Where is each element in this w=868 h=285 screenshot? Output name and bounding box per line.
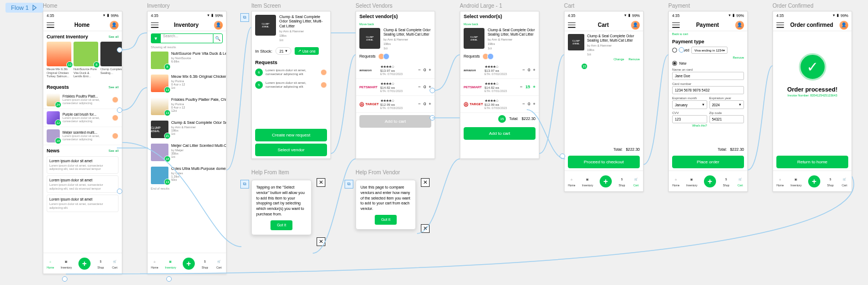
tab-inventory[interactable]: ▣Inventory [791, 175, 802, 187]
list-item[interactable]: Meow Mix 6.3lb Original Chicken Turkey S… [148, 72, 226, 95]
menu-icon[interactable] [672, 22, 680, 28]
see-all-link[interactable]: See all [109, 86, 119, 89]
see-all-link[interactable]: See all [109, 149, 119, 152]
tab-home[interactable]: ⌂Home [776, 175, 784, 187]
remove-link[interactable]: Remove [629, 58, 640, 61]
list-item[interactable]: 6 Lorem ipsum dolor sit amet, consectetu… [252, 66, 330, 78]
menu-icon[interactable] [47, 22, 54, 28]
list-item[interactable]: Meijer Cat Litter Scented Multi-Cat Scoo… [148, 141, 226, 164]
list-item[interactable]: 5 Lorem ipsum dolor sit amet, consectetu… [252, 79, 330, 91]
got-it-button[interactable]: Got it [375, 215, 397, 225]
tab-cart[interactable]: 🛒Cart [111, 258, 119, 269]
name-field[interactable]: Jane Doe [672, 72, 744, 80]
component-icon[interactable]: ⧉ [345, 180, 353, 189]
flow-ring[interactable] [117, 189, 122, 194]
filter-btn[interactable]: ▼ [151, 33, 161, 43]
qty-stepper[interactable]: 21▾ [275, 47, 291, 55]
tab-cart[interactable]: 🛒Cart [841, 175, 848, 187]
avatar[interactable]: 👤 [839, 21, 848, 30]
news-card[interactable]: Lorem ipsum dolor sit ametLorem ipsum do… [47, 156, 119, 174]
tab-shop[interactable]: $Shop [722, 175, 730, 187]
exp-year-dropdown[interactable]: 2024▾ [709, 100, 745, 109]
list-item[interactable]: 24 Friskies Poultry Platt...Lorem ipsum … [43, 91, 122, 109]
flow-ring[interactable] [166, 276, 172, 282]
qty-ctrl[interactable]: −0+ [418, 84, 431, 89]
list-item[interactable]: Friskies Poultry Platter Pate, Chicken F… [148, 95, 226, 118]
tab-inventory[interactable]: ▣Inventory [165, 258, 177, 269]
zip-field[interactable]: 54321 [709, 115, 745, 123]
flow-ring[interactable] [430, 115, 435, 121]
flow-ring[interactable] [679, 47, 684, 53]
fab-add[interactable]: + [704, 175, 716, 187]
inv-card[interactable]: 8 NutriSource Pure Vita Duck & Lentils E… [74, 42, 98, 78]
flow-ring[interactable] [62, 276, 67, 282]
tab-shop[interactable]: $Shop [826, 175, 834, 187]
search-btn[interactable]: 🔍 [213, 33, 223, 43]
news-card[interactable]: Lorem ipsum dolor sit ametLorem ipsum do… [47, 195, 119, 212]
avatar[interactable]: 👤 [631, 21, 640, 30]
vendor-row[interactable]: amazon ★★★★☆$13.97 eaETA: 07/02/2023 −0+ [356, 62, 435, 79]
list-item[interactable]: 12 Purple cat brush for...Lorem ipsum do… [43, 109, 122, 127]
flow-ring[interactable] [560, 153, 565, 159]
inv-hscroll[interactable]: 13 Meow Mix 6.3lb Original Chicken Turke… [43, 41, 122, 82]
search-input[interactable]: Search... [161, 33, 213, 43]
menu-icon[interactable] [568, 22, 576, 28]
tab-inventory[interactable]: ▣Inventory [686, 175, 698, 187]
tab-inventory[interactable]: ▣Inventory [582, 175, 594, 187]
close-icon[interactable]: ✕ [317, 178, 325, 187]
tab-home[interactable]: ⌂Home [568, 175, 576, 187]
tab-home[interactable]: ⌂Home [151, 258, 159, 269]
card-field[interactable]: 1234 5678 9876 5432 [672, 86, 744, 94]
see-all-link[interactable]: See all [109, 35, 119, 38]
flow-ring[interactable] [117, 47, 122, 53]
avatar[interactable]: 👤 [214, 21, 223, 30]
add-to-cart-button[interactable]: Add to cart [359, 115, 431, 128]
vendor-row[interactable]: ◎TARGET ★★★★☆$12.99 eaETA: 07/03/2023 −0… [356, 96, 435, 113]
news-card[interactable]: Lorem ipsum dolor sit ametLorem ipsum do… [47, 175, 119, 193]
qty-ctrl[interactable]: −15+ [520, 84, 536, 89]
create-request-button[interactable]: Create new request [255, 129, 327, 141]
exp-month-dropdown[interactable]: January▾ [672, 100, 707, 109]
close-icon[interactable]: ✕ [317, 237, 325, 246]
qty-ctrl[interactable]: −0+ [418, 101, 431, 106]
return-home-button[interactable]: Return to home [776, 156, 848, 168]
close-icon[interactable]: ✕ [421, 178, 430, 187]
tab-shop[interactable]: $Shop [201, 258, 208, 269]
back-link[interactable]: Move back [356, 21, 435, 27]
avatar[interactable]: 👤 [735, 21, 744, 30]
tab-cart[interactable]: 🛒Cart [736, 175, 744, 187]
flow-ring[interactable] [430, 88, 435, 93]
back-link[interactable]: Move back [460, 21, 539, 27]
qty-ctrl[interactable]: −0+ [522, 101, 536, 106]
add-to-cart-button[interactable]: Add to cart [464, 127, 536, 140]
minus-btn[interactable]: − [418, 67, 421, 72]
qty-ctrl[interactable]: −0+ [522, 67, 536, 72]
list-item[interactable]: NutriSource Pure Vita Duck & Lentils Ent… [148, 49, 226, 72]
inv-card[interactable]: 13 Meow Mix 6.3lb Original Chicken Turke… [47, 42, 71, 78]
minus-btn[interactable]: − [418, 101, 421, 106]
qty-ctrl[interactable]: −0+ [418, 67, 431, 72]
flow-ring[interactable] [117, 107, 122, 113]
tab-home[interactable]: ⌂Home [672, 175, 680, 187]
back-link[interactable]: Back to cart [669, 31, 747, 37]
fab-add[interactable]: + [78, 258, 91, 270]
saved-card-dropdown[interactable]: Visa ending in 1234▾ [691, 47, 728, 54]
use-one-button[interactable]: ↗Use one [295, 47, 319, 55]
tab-shop[interactable]: $Shop [618, 175, 625, 187]
component-icon[interactable]: ⧉ [240, 180, 249, 189]
proceed-checkout-button[interactable]: Proceed to checkout [568, 156, 640, 168]
plus-btn[interactable]: + [429, 101, 431, 106]
radio-new[interactable]: New [672, 61, 744, 66]
fab-add[interactable]: + [183, 258, 195, 270]
change-link[interactable]: Change [613, 58, 624, 61]
list-item[interactable]: Coles Ultra Multi-Purpose domestic clean… [148, 164, 226, 187]
close-icon[interactable]: ✕ [421, 224, 430, 233]
tab-shop[interactable]: $Shop [97, 258, 104, 269]
vendor-row[interactable]: PETSMART ★★★★☆$14.82 eaETA: 07/01/2023 −… [356, 79, 435, 96]
list-item[interactable]: CLUMP &SEALClump & Seal Complete Odor Se… [148, 118, 226, 141]
fab-add[interactable]: + [600, 175, 612, 187]
vendor-row[interactable]: PETSMART ★★★★☆$14.82 eaETA: 07/01/2023 −… [460, 79, 539, 96]
flow-badge[interactable]: Flow 1 [5, 3, 43, 13]
cvv-field[interactable]: 123 [672, 115, 707, 123]
minus-btn[interactable]: − [418, 84, 421, 89]
